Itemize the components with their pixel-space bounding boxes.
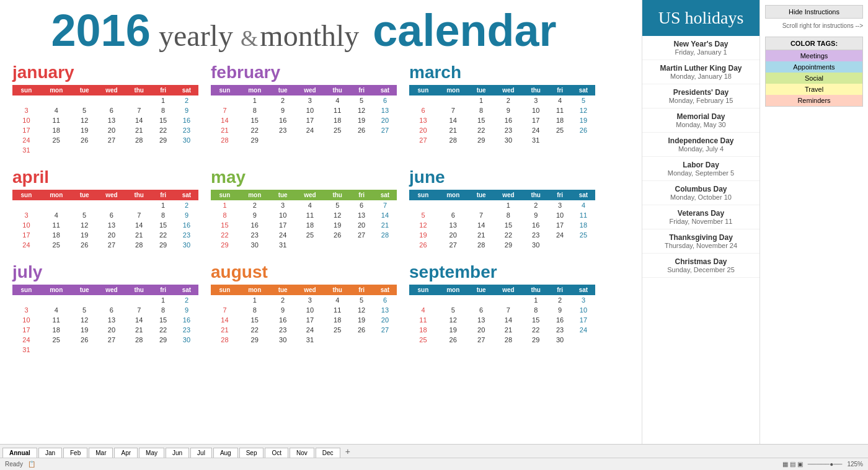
calendar-day [325,335,350,345]
cal-header-sat: sat [175,85,198,95]
calendar-day: 5 [437,305,469,315]
sheet-tab-oct[interactable]: Oct [265,448,288,458]
calendar-day: 9 [494,105,523,115]
calendar-day: 6 [97,105,126,115]
cal-header-sun: sun [211,85,239,95]
zoom-slider[interactable]: ─────●── [808,461,843,468]
calendar-day: 16 [175,115,198,125]
calendar-day: 20 [437,230,469,240]
holiday-item: Thanksgiving DayThursday, November 24 [642,229,760,254]
calendar-day: 1 [151,95,175,105]
sheet-tab-jun[interactable]: Jun [166,448,189,458]
calendar-day: 25 [409,335,437,345]
calendar-day: 12 [325,210,350,220]
cal-header-sat: sat [373,190,397,200]
calendar-day: 31 [523,135,548,145]
calendar-day: 10 [271,210,295,220]
calendar-day: 3 [295,95,325,105]
calendar-day: 29 [494,240,523,250]
calendar-day: 15 [151,220,175,230]
month-name-aug: august [211,262,397,282]
calendar-day: 18 [40,125,73,135]
calendar-day: 7 [494,305,523,315]
calendar-day: 17 [523,115,548,125]
cal-header-wed: wed [97,85,126,95]
holiday-date: Sunday, December 25 [649,266,753,273]
calendar-day: 28 [126,135,151,145]
cal-header-tue: tue [73,85,97,95]
sheet-tab-sep[interactable]: Sep [239,448,264,458]
cal-header-sat: sat [373,285,397,295]
calendar-day: 7 [211,105,239,115]
calendar-day: 20 [373,315,397,325]
sheet-tab-annual[interactable]: Annual [2,448,37,458]
calendar-day: 20 [469,325,494,335]
calendar-day: 3 [271,200,295,210]
calendar-day: 3 [12,305,40,315]
calendar-day: 9 [271,105,295,115]
calendar-day: 30 [494,135,523,145]
calendar-day: 1 [211,200,239,210]
sheet-tab-may[interactable]: May [139,448,164,458]
holidays-list: New Year's DayFriday, January 1Martin Lu… [642,36,760,278]
calendar-day [373,240,397,250]
calendar-day: 2 [175,295,198,305]
calendar-day: 26 [73,240,97,250]
cal-header-sun: sun [12,285,40,295]
calendar-day: 31 [12,345,40,355]
sheet-tab-feb[interactable]: Feb [63,448,87,458]
calendar-day: 16 [494,115,523,125]
add-sheet-button[interactable]: + [342,445,354,458]
cal-header-sun: sun [12,190,40,200]
calendar-day: 25 [548,125,572,135]
app-window: 2016 yearly & monthly calendar januarysu… [0,0,868,470]
calendar-day: 26 [409,240,437,250]
calendar-day: 25 [40,135,73,145]
sheet-tab-mar[interactable]: Mar [89,448,113,458]
calendar-day: 14 [211,315,239,325]
calendar-day: 1 [151,200,175,210]
calendar-day: 14 [126,220,151,230]
calendar-day [373,335,397,345]
mini-cal-jan: sunmontuewedthufrisat1234567891011121314… [12,85,198,155]
holiday-name: Martin Luther King Day [649,64,753,73]
calendar-day: 3 [523,95,548,105]
calendar-day: 11 [40,220,73,230]
calendar-day: 28 [211,135,239,145]
month-name-jan: january [12,63,198,82]
sheet-tab-apr[interactable]: Apr [114,448,138,458]
sheet-tab-jul[interactable]: Jul [190,448,212,458]
calendar-day: 29 [239,335,271,345]
cal-header-fri: fri [548,85,572,95]
holiday-date: Friday, January 1 [649,48,753,56]
cal-header-thu: thu [126,190,151,200]
cal-header-thu: thu [325,285,350,295]
calendar-day: 2 [175,200,198,210]
calendar-day: 11 [572,210,595,220]
cal-header-fri: fri [350,285,373,295]
calendar-day: 19 [73,125,97,135]
calendar-day: 13 [409,115,437,125]
calendar-day: 15 [494,220,523,230]
sheet-tabs: AnnualJanFebMarAprMayJunJulAugSepOctNovD… [0,444,868,458]
calendar-day: 18 [409,325,437,335]
cal-header-wed: wed [97,285,126,295]
calendar-day: 5 [572,95,595,105]
sheet-tab-dec[interactable]: Dec [316,448,340,458]
calendar-day: 5 [73,105,97,115]
sheet-tab-jan[interactable]: Jan [38,448,62,458]
cal-header-mon: mon [40,85,73,95]
sheet-tab-aug[interactable]: Aug [213,448,238,458]
calendar-day: 29 [239,135,271,145]
hide-instructions-button[interactable]: Hide Instructions [765,5,863,19]
scroll-instructions: Scroll right for instructions --> [765,22,863,29]
calendar-day: 30 [523,240,548,250]
cal-header-sun: sun [12,85,40,95]
calendar-day: 5 [73,305,97,315]
sheet-tab-nov[interactable]: Nov [290,448,314,458]
status-right: ▦ ▤ ▣ ─────●── 125% [782,461,863,468]
cal-header-fri: fri [151,190,175,200]
calendar-day [40,95,73,105]
calendar-day: 20 [97,325,126,335]
calendar-day: 15 [151,115,175,125]
